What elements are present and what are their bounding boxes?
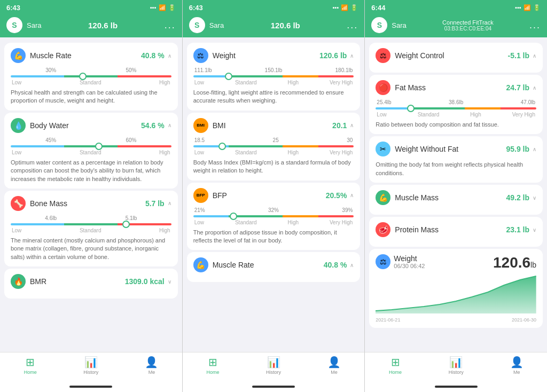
avatar: S: [371, 17, 387, 33]
metric-chevron-bone-mass[interactable]: ∧: [168, 200, 171, 206]
nav-item-home[interactable]: ⊞ Home: [365, 356, 426, 375]
menu-dots[interactable]: ...: [529, 20, 541, 31]
device-id: 03:B3:EC:C0:EE:04: [444, 26, 491, 32]
metric-header[interactable]: ⚖ Weight Control -5.1 lb ∧: [376, 48, 536, 63]
slider-container: 111.1lb150.1lb180.1lb LowStandardHighVer…: [193, 67, 354, 85]
metric-chevron-bmi[interactable]: ∧: [350, 122, 354, 128]
nav-icon-history: 📊: [267, 356, 280, 369]
bottom-nav-screen2: ⊞ Home 📊 History 👤 Me: [183, 352, 365, 381]
metric-name-body-water: Body Water: [30, 121, 69, 130]
weight-chart-card: ⚖ Weight 06/30 06:42 120.6lb: [369, 249, 543, 328]
nav-label-home: Home: [389, 370, 402, 375]
nav-item-home[interactable]: ⊞ Home: [183, 356, 244, 375]
metric-chevron-muscle-mass[interactable]: ∨: [533, 195, 536, 201]
nav-item-history[interactable]: 📊 History: [61, 356, 122, 375]
connected-header: Connected FitTrack 03:B3:EC:C0:EE:04: [442, 19, 494, 32]
nav-item-me[interactable]: 👤 Me: [121, 356, 182, 375]
metric-value-muscle-mass: 49.2 lb: [506, 193, 529, 202]
metric-header[interactable]: 💪 Muscle Mass 49.2 lb ∨: [376, 190, 536, 205]
metric-card-muscle-rate2: 💪 Muscle Rate 40.8 % ∧: [187, 252, 361, 282]
metric-header[interactable]: 💪 Muscle Rate 40.8 % ∧: [193, 257, 354, 272]
metric-header[interactable]: BFP BFP 20.5% ∧: [193, 188, 354, 203]
metric-chevron-protein-mass[interactable]: ∨: [533, 227, 536, 233]
phone-screen-screen3: 6:44 ▪▪▪ 📶 🔋 S Sara Connected FitTrack 0…: [365, 0, 547, 392]
battery-icon: 🔋: [168, 4, 176, 11]
nav-item-me[interactable]: 👤 Me: [304, 356, 365, 375]
signal-icon: ▪▪▪: [515, 4, 521, 11]
status-bar: 6:43 ▪▪▪ 📶 🔋: [183, 0, 365, 15]
nav-item-home[interactable]: ⊞ Home: [0, 356, 61, 375]
metric-header[interactable]: 🔥 BMR 1309.0 kcal ∨: [11, 274, 171, 289]
metric-left: 🔥 BMR: [11, 274, 46, 289]
metric-value-weight: 120.6 lb: [319, 51, 347, 60]
metric-name-weight-without-fat: Weight Without Fat: [395, 145, 458, 153]
metric-header[interactable]: 🔴 Fat Mass 24.7 lb ∧: [376, 80, 536, 95]
metric-header[interactable]: 🥩 Protein Mass 23.1 lb ∨: [376, 222, 536, 237]
avatar: S: [189, 17, 205, 33]
metric-left: 💪 Muscle Rate: [11, 48, 72, 63]
metric-name-muscle-rate: Muscle Rate: [30, 51, 72, 60]
metric-value-bmr: 1309.0 kcal: [125, 277, 165, 286]
metric-icon-weight-control: ⚖: [376, 48, 390, 63]
metric-description: Omitting the body fat from weight reflec…: [376, 161, 536, 177]
metric-icon-muscle-rate: 💪: [11, 48, 26, 63]
home-indicator: [365, 381, 547, 392]
menu-dots[interactable]: ...: [165, 20, 176, 31]
metric-card-body-water: 💧 Body Water 54.6 % ∧ 45%60% LowStandard…: [4, 113, 178, 189]
header-name: Sara: [27, 21, 41, 29]
nav-label-home: Home: [206, 370, 219, 375]
metric-left: ⚖ Weight: [193, 48, 236, 63]
metric-description: Body Mass Index (BMI=kg/cm) is a standar…: [193, 159, 354, 175]
metric-name-weight: Weight: [213, 51, 236, 60]
nav-label-me: Me: [149, 370, 155, 375]
metric-header[interactable]: 🦴 Bone Mass 5.7 lb ∧: [11, 196, 171, 211]
header-name: Sara: [209, 21, 224, 29]
slider-container: 30%50% LowStandardHigh: [11, 67, 171, 85]
home-bar: [435, 386, 478, 388]
metric-left: 🥩 Protein Mass: [376, 222, 439, 237]
nav-item-history[interactable]: 📊 History: [243, 356, 304, 375]
chart-title-row: ⚖ Weight 06/30 06:42: [376, 254, 425, 269]
metric-card-bone-mass: 🦴 Bone Mass 5.7 lb ∧ 4.6lb5.1lb LowStand…: [4, 191, 178, 266]
metric-left: 🔴 Fat Mass: [376, 80, 426, 95]
x-label-end: 2021-06-30: [512, 317, 536, 323]
header-left: S Sara: [371, 17, 406, 33]
metric-card-weight: ⚖ Weight 120.6 lb ∧ 111.1lb150.1lb180.1l…: [187, 43, 361, 111]
nav-label-history: History: [266, 370, 281, 375]
metric-chevron-body-water[interactable]: ∧: [168, 122, 171, 128]
metric-chevron-weight[interactable]: ∧: [350, 53, 354, 59]
metric-header[interactable]: 💧 Body Water 54.6 % ∧: [11, 118, 171, 133]
menu-dots[interactable]: ...: [347, 20, 358, 31]
metric-description: Loose-fitting, light weight attire is re…: [193, 89, 354, 105]
nav-icon-home: ⊞: [26, 356, 35, 369]
weight-chart-icon: ⚖: [376, 254, 390, 269]
metric-header[interactable]: BMI BMI 20.1 ∧: [193, 118, 354, 133]
metric-header[interactable]: 💪 Muscle Rate 40.8 % ∧: [11, 48, 171, 63]
metric-header[interactable]: ⚖ Weight 120.6 lb ∧: [193, 48, 354, 63]
metric-name-protein-mass: Protein Mass: [395, 225, 439, 234]
signal-icon: ▪▪▪: [150, 4, 157, 11]
metric-chevron-fat-mass[interactable]: ∧: [533, 85, 536, 91]
metric-value-bfp: 20.5%: [326, 191, 347, 200]
nav-icon-me: 👤: [327, 356, 341, 369]
header-name: Sara: [392, 21, 406, 29]
metric-header[interactable]: ✂ Weight Without Fat 95.9 lb ∧: [376, 142, 536, 156]
home-indicator: [183, 381, 365, 392]
nav-item-me[interactable]: 👤 Me: [486, 356, 547, 375]
metric-chevron-muscle-rate[interactable]: ∧: [168, 53, 171, 59]
status-bar: 6:43 ▪▪▪ 📶 🔋: [0, 0, 182, 15]
nav-label-history: History: [449, 370, 464, 375]
metric-value-bone-mass: 5.7 lb: [145, 199, 165, 208]
wifi-icon: 📶: [159, 4, 166, 11]
metric-chevron-bmr[interactable]: ∨: [168, 279, 171, 285]
metric-chevron-muscle-rate2[interactable]: ∧: [350, 262, 354, 268]
nav-item-history[interactable]: 📊 History: [426, 356, 487, 375]
metric-name-fat-mass: Fat Mass: [395, 83, 426, 92]
metric-chevron-weight-without-fat[interactable]: ∧: [533, 146, 536, 152]
nav-icon-home: ⊞: [391, 356, 400, 369]
metric-chevron-weight-control[interactable]: ∧: [533, 53, 536, 59]
metric-value-muscle-rate: 40.8 %: [141, 51, 165, 60]
metric-name-bmr: BMR: [30, 277, 46, 286]
metric-chevron-bfp[interactable]: ∧: [350, 192, 354, 198]
metric-icon-muscle-mass: 💪: [376, 190, 390, 205]
